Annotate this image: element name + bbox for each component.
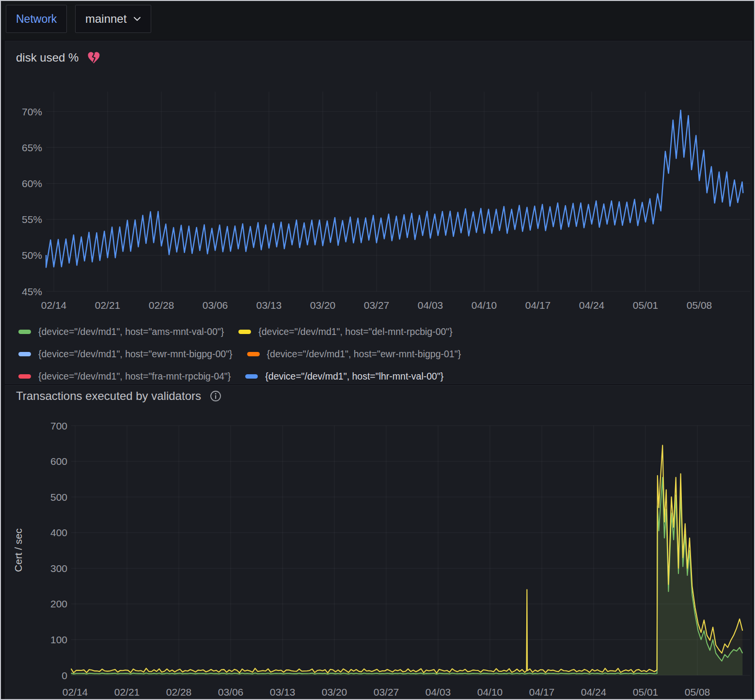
legend-series-label: {device="/dev/md1", host="ams-mnt-val-00… (38, 326, 224, 337)
variable-value-text: mainnet (85, 12, 126, 26)
x-tick-label: 04/10 (472, 300, 497, 311)
y-tick-label: 400 (50, 527, 67, 538)
legend-item[interactable]: {device="/dev/md1", host="lhr-mnt-val-00… (245, 371, 443, 382)
panel-title-text: Transactions executed by validators (16, 389, 201, 403)
legend-series-label: {device="/dev/md1", host="ewr-mnt-bigpg-… (267, 349, 461, 360)
variable-bar: Network mainnet (1, 1, 754, 40)
info-icon[interactable] (210, 390, 221, 402)
legend-item[interactable]: {device="/dev/md1", host="del-mnt-rpcbig… (238, 326, 453, 337)
legend-item[interactable]: {device="/dev/md1", host="fra-mnt-rpcbig… (18, 371, 231, 382)
legend: {device="/dev/md1", host="ams-mnt-val-00… (18, 320, 475, 387)
x-tick-label: 02/14 (41, 300, 67, 311)
legend-series-swatch (18, 330, 31, 334)
y-tick-label: 0 (62, 670, 67, 681)
y-axis-title: Cert / sec (13, 528, 24, 572)
legend-series-label: {device="/dev/md1", host="lhr-mnt-val-00… (265, 371, 443, 382)
chevron-down-icon (133, 16, 141, 21)
x-tick-label: 02/21 (114, 686, 140, 698)
x-tick-label: 05/08 (685, 686, 710, 698)
series-fill-del-mnt-rpcbig-00 (71, 445, 743, 676)
legend-row: {device="/dev/md1", host="fra-mnt-rpcbig… (18, 365, 475, 387)
y-tick-label: 55% (22, 214, 42, 225)
series-line-del-mnt-rpcbig-00 (71, 445, 743, 673)
series-line-lhr-mnt-val-00 (46, 110, 743, 267)
x-tick-label: 04/03 (425, 686, 451, 698)
x-tick-label: 03/20 (310, 300, 336, 311)
x-tick-label: 04/10 (477, 686, 503, 698)
x-tick-label: 02/28 (166, 686, 192, 698)
legend-series-swatch (238, 330, 251, 334)
y-tick-label: 45% (22, 286, 42, 297)
x-tick-label: 05/01 (633, 686, 659, 698)
panel-transactions-title[interactable]: Transactions executed by validators (16, 389, 221, 403)
x-tick-label: 05/08 (687, 300, 712, 311)
x-tick-label: 04/03 (418, 300, 443, 311)
panel-transactions: Transactions executed by validators 0100… (5, 385, 752, 700)
y-tick-label: 500 (50, 492, 67, 503)
legend-series-label: {device="/dev/md1", host="fra-mnt-rpcbig… (38, 371, 231, 382)
series-fill-ams-mnt-val-00 (71, 477, 743, 675)
y-tick-label: 200 (50, 598, 67, 609)
grafana-dashboard: Network mainnet disk used % 45%50%55%60%… (0, 0, 755, 700)
x-tick-label: 03/27 (364, 300, 390, 311)
legend-series-swatch (18, 374, 31, 379)
legend-item[interactable]: {device="/dev/md1", host="ewr-mnt-bigpg-… (247, 349, 461, 360)
y-tick-label: 50% (22, 250, 42, 261)
y-tick-label: 60% (22, 178, 42, 189)
legend-row: {device="/dev/md1", host="ams-mnt-val-00… (18, 320, 475, 343)
y-tick-label: 600 (50, 456, 67, 467)
panel-disk-used: disk used % 45%50%55%60%65%70%02/1402/21… (5, 41, 752, 384)
x-tick-label: 03/20 (322, 686, 347, 698)
legend-series-swatch (245, 374, 258, 379)
legend-series-swatch (247, 352, 260, 356)
x-tick-label: 02/21 (95, 300, 121, 311)
x-tick-label: 05/01 (633, 300, 659, 311)
y-tick-label: 70% (22, 106, 42, 117)
legend-series-label: {device="/dev/md1", host="ewr-mnt-bigpg-… (38, 349, 233, 360)
x-tick-label: 03/06 (218, 686, 244, 698)
y-tick-label: 300 (50, 563, 67, 574)
broken-heart-icon (87, 52, 100, 64)
legend-item[interactable]: {device="/dev/md1", host="ams-mnt-val-00… (18, 326, 224, 337)
x-tick-label: 02/28 (149, 300, 174, 311)
x-tick-label: 03/06 (203, 300, 228, 311)
y-tick-label: 100 (50, 634, 67, 645)
x-tick-label: 04/17 (529, 686, 555, 698)
series-line-ams-mnt-val-00 (71, 477, 743, 674)
y-tick-label: 700 (50, 420, 67, 431)
transactions-chart[interactable]: 010020030040050060070002/1402/2102/2803/… (5, 385, 753, 700)
legend-row: {device="/dev/md1", host="ewr-mnt-bigpg-… (18, 343, 475, 365)
variable-value-dropdown[interactable]: mainnet (75, 5, 151, 33)
legend-series-swatch (18, 352, 31, 356)
panel-disk-used-title[interactable]: disk used % (16, 51, 100, 64)
x-tick-label: 04/24 (581, 686, 607, 698)
legend-series-label: {device="/dev/md1", host="del-mnt-rpcbig… (258, 326, 453, 337)
x-tick-label: 03/13 (270, 686, 296, 698)
x-tick-label: 04/17 (525, 300, 551, 311)
legend-item[interactable]: {device="/dev/md1", host="ewr-mnt-bigpg-… (18, 349, 233, 360)
x-tick-label: 02/14 (63, 686, 88, 698)
variable-label-network[interactable]: Network (6, 5, 67, 33)
x-tick-label: 03/13 (256, 300, 282, 311)
y-tick-label: 65% (22, 142, 42, 153)
x-tick-label: 03/27 (374, 686, 399, 698)
x-tick-label: 04/24 (579, 300, 605, 311)
variable-label-text: Network (16, 13, 57, 26)
panel-title-text: disk used % (16, 51, 79, 64)
